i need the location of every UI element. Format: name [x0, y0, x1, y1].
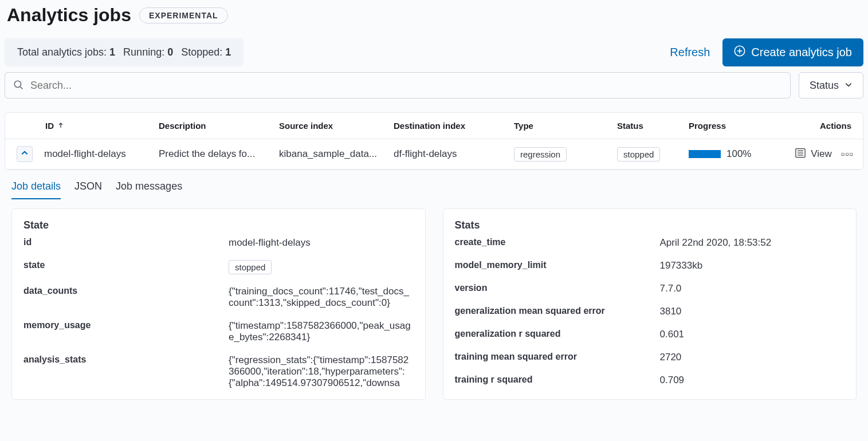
refresh-link[interactable]: Refresh [670, 46, 710, 59]
stats-tmse-key: training mean squared error [455, 352, 655, 362]
page-title: Analytics jobs [7, 5, 131, 26]
svg-line-4 [20, 86, 22, 89]
status-filter[interactable]: Status [799, 72, 863, 99]
stats-memlimit-value: 197333kb [660, 260, 845, 271]
col-id[interactable]: ID [40, 121, 154, 131]
stats-gmse-key: generalization mean squared error [455, 306, 655, 316]
col-dest[interactable]: Destination index [389, 121, 509, 131]
status-filter-label: Status [810, 80, 839, 92]
row-source: kibana_sample_data... [274, 148, 389, 160]
stats-gmse-value: 3810 [660, 306, 845, 317]
row-dest: df-flight-delays [389, 148, 509, 160]
running-label: Running: [123, 46, 164, 58]
stats-heading: Stats [455, 219, 845, 231]
detail-tabs: Job details JSON Job messages [11, 180, 863, 199]
stopped-label: Stopped: [181, 46, 222, 58]
state-heading: State [23, 219, 414, 231]
stats-grs-value: 0.601 [660, 329, 845, 340]
stats-grs-key: generalization r squared [455, 329, 655, 339]
col-progress[interactable]: Progress [684, 121, 781, 131]
row-type-badge: regression [514, 147, 567, 162]
experimental-badge: EXPERIMENTAL [139, 7, 228, 23]
progress-bar [689, 150, 721, 158]
search-input[interactable] [30, 80, 782, 92]
stats-trs-value: 0.709 [660, 375, 845, 386]
tab-job-messages[interactable]: Job messages [116, 180, 182, 199]
state-analysis-value: {"regression_stats":{"timestamp":1587582… [229, 355, 414, 389]
state-memory-key: memory_usage [23, 320, 224, 330]
state-state-value: stopped [229, 260, 272, 274]
summary-stats: Total analytics jobs: 1 Running: 0 Stopp… [5, 38, 243, 66]
svg-point-3 [14, 81, 21, 87]
stopped-value: 1 [225, 46, 231, 58]
stats-trs-key: training r squared [455, 375, 655, 385]
col-description[interactable]: Description [154, 121, 274, 131]
row-id: model-flight-delays [40, 148, 154, 160]
stats-version-value: 7.7.0 [660, 283, 845, 294]
state-panel: State id model-flight-delays state stopp… [11, 208, 426, 400]
row-status-badge: stopped [617, 147, 660, 162]
create-analytics-job-button[interactable]: Create analytics job [722, 38, 863, 66]
view-label: View [811, 148, 832, 160]
jobs-table: ID Description Source index Destination … [5, 112, 863, 170]
col-id-label: ID [45, 121, 54, 131]
total-value: 1 [109, 46, 115, 58]
sort-asc-icon [57, 121, 64, 131]
state-datacounts-value: {"training_docs_count":11746,"test_docs_… [229, 286, 414, 309]
view-button[interactable]: View [795, 147, 832, 162]
state-state-key: state [23, 260, 224, 270]
state-id-value: model-flight-delays [229, 237, 414, 249]
state-id-key: id [23, 237, 224, 247]
stats-createtime-value: April 22nd 2020, 18:53:52 [660, 237, 845, 249]
state-datacounts-key: data_counts [23, 286, 224, 296]
chevron-down-icon [845, 80, 853, 92]
col-source[interactable]: Source index [274, 121, 389, 131]
progress-value: 100% [726, 148, 751, 160]
col-actions: Actions [781, 121, 863, 131]
stats-version-key: version [455, 283, 655, 293]
state-analysis-key: analysis_stats [23, 355, 224, 365]
list-icon [795, 147, 806, 162]
running-value: 0 [167, 46, 173, 58]
search-icon [13, 80, 30, 92]
plus-circle-icon [734, 45, 745, 60]
create-button-label: Create analytics job [751, 46, 852, 59]
search-box[interactable] [5, 72, 791, 99]
col-status[interactable]: Status [612, 121, 684, 131]
stats-panel: Stats create_time April 22nd 2020, 18:53… [443, 208, 857, 400]
state-memory-value: {"timestamp":1587582366000,"peak_usage_b… [229, 320, 414, 343]
col-type[interactable]: Type [509, 121, 612, 131]
stats-tmse-value: 2720 [660, 352, 845, 363]
row-description: Predict the delays fo... [154, 148, 274, 160]
row-more-actions[interactable]: ▫▫▫ [841, 148, 854, 160]
tab-json[interactable]: JSON [74, 180, 102, 199]
chevron-up-icon [21, 148, 29, 160]
table-row: model-flight-delays Predict the delays f… [5, 139, 863, 170]
total-label: Total analytics jobs: [17, 46, 107, 58]
stats-memlimit-key: model_memory_limit [455, 260, 655, 270]
expand-row-button[interactable] [17, 146, 33, 162]
stats-createtime-key: create_time [455, 237, 655, 247]
tab-job-details[interactable]: Job details [11, 180, 61, 199]
